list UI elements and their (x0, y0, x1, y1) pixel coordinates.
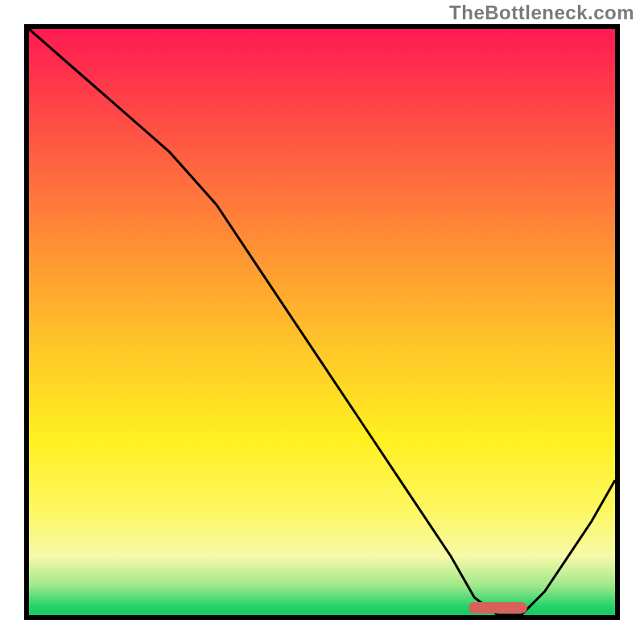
optimal-range-marker (469, 602, 527, 613)
plot-frame (24, 24, 620, 620)
watermark-text: TheBottleneck.com (449, 2, 634, 24)
chart-container: TheBottleneck.com (0, 0, 644, 644)
gradient-background (29, 29, 615, 615)
